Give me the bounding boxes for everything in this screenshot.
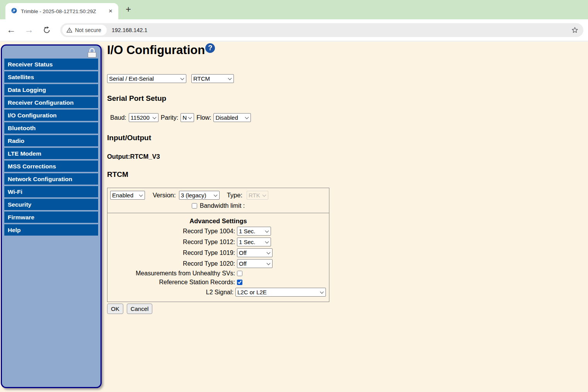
sidebar-menu: Receiver Status Satellites Data Logging … xyxy=(4,58,99,237)
l2-signal-label: L2 Signal: xyxy=(111,289,235,296)
serial-port-setup-heading: Serial Port Setup xyxy=(107,94,583,103)
l2-signal-select-wrap: L2C or L2E xyxy=(235,288,326,297)
warning-icon xyxy=(66,27,72,33)
parity-select-wrap: N xyxy=(181,113,194,122)
browser-toolbar: ← → Not secure 192.168.142.1 xyxy=(0,19,588,41)
l2-signal-select[interactable]: L2C or L2E xyxy=(235,288,326,297)
parity-select[interactable]: N xyxy=(181,113,194,122)
new-tab-button[interactable]: + xyxy=(123,4,134,15)
sidebar-item-radio[interactable]: Radio xyxy=(4,135,99,146)
record-type-1012-label: Record Type 1012: xyxy=(111,239,237,246)
flow-select-wrap: Disabled xyxy=(213,113,251,122)
cancel-button[interactable]: Cancel xyxy=(127,304,153,314)
record-1004-select-wrap: 1 Sec. xyxy=(237,227,271,236)
input-output-heading: Input/Output xyxy=(107,134,583,142)
rtcm-heading: RTCM xyxy=(107,170,583,179)
sidebar-item-security[interactable]: Security xyxy=(4,199,99,210)
rtcm-enabled-select[interactable]: Enabled xyxy=(110,191,145,200)
reference-station-records-label: Reference Station Records: xyxy=(111,279,237,286)
back-button[interactable]: ← xyxy=(5,24,18,37)
bookmark-star-icon[interactable] xyxy=(571,26,579,34)
address-bar[interactable]: Not secure 192.168.142.1 xyxy=(60,23,583,37)
ok-button[interactable]: OK xyxy=(107,304,123,314)
sidebar-item-receiver-configuration[interactable]: Receiver Configuration xyxy=(4,97,99,108)
flow-label: Flow: xyxy=(196,114,211,121)
close-tab-icon[interactable]: × xyxy=(107,7,114,15)
record-type-1019-label: Record Type 1019: xyxy=(111,249,237,256)
port-select[interactable]: Serial / Ext-Serial xyxy=(107,74,186,83)
version-select-wrap: 3 (legacy) xyxy=(179,191,220,200)
record-type-1020-label: Record Type 1020: xyxy=(111,260,237,267)
sidebar-item-help[interactable]: Help xyxy=(4,224,99,236)
browser-tab-strip: Trimble - 2025-08-12T21:50:29Z × + xyxy=(0,0,588,19)
parity-label: Parity: xyxy=(161,114,178,121)
advanced-settings-heading: Advanced Settings xyxy=(111,217,326,225)
record-1012-select-wrap: 1 Sec. xyxy=(237,238,271,246)
record-type-1004-label: Record Type 1004: xyxy=(111,228,237,235)
stream-select[interactable]: RTCM xyxy=(191,74,234,83)
main-panel: I/O Configuration? Serial / Ext-Serial R… xyxy=(107,42,583,314)
browser-tab[interactable]: Trimble - 2025-08-12T21:50:29Z × xyxy=(5,3,118,19)
reload-button[interactable] xyxy=(40,24,53,37)
not-secure-label: Not secure xyxy=(75,27,101,33)
page-title: I/O Configuration? xyxy=(107,43,583,57)
sidebar-item-bluetooth[interactable]: Bluetooth xyxy=(4,122,99,134)
record-type-1012-select[interactable]: 1 Sec. xyxy=(237,238,271,246)
page-content: Receiver Status Satellites Data Logging … xyxy=(0,42,588,392)
trimble-favicon xyxy=(11,7,17,15)
version-label: Version: xyxy=(153,192,176,199)
type-label: Type: xyxy=(227,192,242,199)
rtcm-settings-box: Enabled Version: 3 (legacy) Type: RTK xyxy=(107,188,329,302)
sidebar-item-io-configuration[interactable]: I/O Configuration xyxy=(4,109,99,121)
lock-icon xyxy=(88,48,96,58)
rtcm-type-select: RTK xyxy=(247,191,268,200)
sidebar-item-firmware[interactable]: Firmware xyxy=(4,211,99,223)
record-1019-select-wrap: Off xyxy=(237,248,273,257)
forward-button[interactable]: → xyxy=(22,24,36,37)
unhealthy-svs-label: Measurements from Unhealthy SVs: xyxy=(111,270,237,277)
not-secure-chip[interactable]: Not secure xyxy=(62,25,107,36)
stream-select-wrap: RTCM xyxy=(191,74,234,83)
sidebar-item-network-configuration[interactable]: Network Configuration xyxy=(4,173,99,185)
help-icon[interactable]: ? xyxy=(205,43,215,53)
baud-select-wrap: 115200 xyxy=(129,113,159,122)
reload-icon xyxy=(43,26,51,34)
output-line: Output:RTCM_V3 xyxy=(107,153,583,160)
record-type-1019-select[interactable]: Off xyxy=(237,248,273,257)
enabled-select-wrap: Enabled xyxy=(110,191,145,200)
sidebar-item-lte-modem[interactable]: LTE Modem xyxy=(4,148,99,159)
record-1020-select-wrap: Off xyxy=(237,259,273,268)
sidebar-item-data-logging[interactable]: Data Logging xyxy=(4,84,99,95)
bandwidth-limit-label: Bandwidth limit : xyxy=(200,202,245,209)
bandwidth-limit-checkbox[interactable] xyxy=(192,203,197,209)
reference-station-records-checkbox[interactable] xyxy=(237,280,242,285)
type-select-wrap: RTK xyxy=(247,191,268,200)
sidebar-item-receiver-status[interactable]: Receiver Status xyxy=(4,58,99,70)
sidebar-item-mss-corrections[interactable]: MSS Corrections xyxy=(4,160,99,172)
unhealthy-svs-checkbox[interactable] xyxy=(237,271,242,276)
url-text[interactable]: 192.168.142.1 xyxy=(112,27,571,33)
port-select-wrap: Serial / Ext-Serial xyxy=(107,74,186,83)
flow-select[interactable]: Disabled xyxy=(213,113,251,122)
baud-label: Baud: xyxy=(110,114,126,121)
sidebar-item-wifi[interactable]: Wi-Fi xyxy=(4,186,99,197)
record-type-1020-select[interactable]: Off xyxy=(237,259,273,268)
sidebar-item-satellites[interactable]: Satellites xyxy=(4,71,99,83)
record-type-1004-select[interactable]: 1 Sec. xyxy=(237,227,271,236)
sidebar: Receiver Status Satellites Data Logging … xyxy=(1,44,102,388)
baud-select[interactable]: 115200 xyxy=(129,113,159,122)
tab-title: Trimble - 2025-08-12T21:50:29Z xyxy=(21,8,103,14)
rtcm-version-select[interactable]: 3 (legacy) xyxy=(179,191,220,200)
